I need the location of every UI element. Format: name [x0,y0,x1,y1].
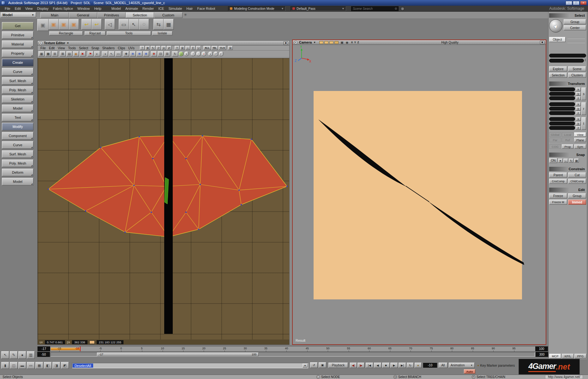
menu-edit[interactable]: Edit [13,7,23,10]
display-quality-label[interactable]: High Quality [441,41,458,44]
contrast-b-icon[interactable]: ◑ [102,51,108,57]
cube-orange-1-icon[interactable]: ▣ [49,19,59,30]
button-deform[interactable]: Deform [2,169,33,176]
explore-button[interactable]: Explore [549,66,567,71]
layout-6-icon[interactable]: ◧ [44,362,52,369]
minimize-button[interactable]: − [566,1,572,5]
animation-dropdown[interactable]: Animation▼ [449,363,475,368]
tab-general[interactable]: General [69,12,97,18]
search-icon[interactable]: ⊙ [395,7,397,10]
button-surf-mesh[interactable]: Surf. Mesh [2,77,33,85]
spinner-arrows[interactable]: ▲▼ [585,58,586,62]
snap-on-button[interactable]: ON [549,158,557,163]
axis-y-toggle[interactable]: Y [354,41,356,44]
r-axis-x-button[interactable]: x [576,102,581,106]
button-component[interactable]: Component [2,132,33,140]
chevron-down-icon[interactable]: ▼ [67,42,69,45]
perp-mode-button[interactable]: ⊥ [185,46,190,50]
prop-button[interactable]: Prop [562,144,574,149]
timeline-ruler[interactable]: -17 100 -10 -15-505101520253035404550556… [37,346,548,352]
snap-rotate-icon[interactable]: ↻ [569,159,573,163]
range-end-field[interactable]: 300 [536,352,548,357]
local-button[interactable]: Local [562,132,574,137]
chevron-down-icon[interactable]: ▼ [313,41,316,44]
freeze-1-icon[interactable]: ❄ [130,51,136,57]
t-button[interactable]: t [581,117,586,130]
grid-mode-button[interactable]: ⊞ [180,46,185,50]
snap-grid-icon[interactable]: ▦ [574,159,579,163]
flag-icon[interactable]: ⚑ [87,51,93,57]
r-button[interactable]: r [581,102,586,115]
plane-button[interactable]: Plane [574,138,586,142]
t-axis-x-button[interactable]: x [576,117,581,121]
back-arrow-icon[interactable]: ◁ [105,19,115,30]
button-poly-mesh[interactable]: Poly. Mesh [2,159,33,167]
crop-icon[interactable]: ▭ [115,51,121,57]
grid-x-icon[interactable]: ⊠ [60,51,66,57]
playback-menu-button[interactable]: Playback [328,363,348,368]
go-end-button[interactable]: ▶| [399,363,406,368]
grid-extra-icon[interactable]: ⊞ [228,46,233,50]
subtract-icon[interactable]: ⊖ [161,46,166,50]
rotate-ccw-icon[interactable]: ↺ [156,46,161,50]
rectangle-select-icon[interactable]: ▭ [119,19,129,30]
tab-primitives[interactable]: Primitives [97,12,126,18]
construction-cube-icon[interactable]: ▣ [37,19,49,31]
circle-minus-button[interactable]: − [196,51,201,56]
chevron-down-icon[interactable]: ▼ [303,364,308,368]
select-arrow-icon[interactable]: ↖ [1,351,9,359]
navigation-sphere-button[interactable]: ▶ [549,19,562,33]
menu-animate[interactable]: Animate [123,7,140,10]
translate-icon[interactable]: ✚ [123,51,129,57]
cube-orange-2-icon[interactable]: ▣ [59,19,69,30]
undo-yellow-2-icon[interactable]: ↩ [92,19,102,30]
camera-viewport-titlebar[interactable]: B Camera ▼ ▣ ◉ XYZ High Quality ▣ [293,40,546,45]
button-material[interactable]: Material [2,40,33,48]
step-back-button[interactable]: ◀ [374,363,381,368]
clusters-button[interactable]: Clusters [568,73,586,78]
menu-simulate[interactable]: Simulate [166,7,184,10]
next-key-button[interactable]: |▶ [357,363,364,368]
range-scrollbar-thumb[interactable]: -17 100 [97,352,259,356]
circle-zplus-button[interactable]: z+ [213,51,218,56]
contrast-a-icon[interactable]: ◐ [94,51,100,57]
selection-list-field[interactable] [549,59,584,63]
s-z-field[interactable] [549,96,575,100]
r-x-field[interactable] [549,102,575,106]
set-key-button[interactable]: ♦ [415,363,422,368]
circle-u-button[interactable]: u [179,51,183,56]
rectangle-tool-label[interactable]: Rectangle [49,31,83,35]
pane-letter-b[interactable]: B [294,41,297,44]
te-menu-select[interactable]: Select [77,46,90,50]
freeze-2-icon[interactable]: ❄ [136,51,142,57]
sphere-tool-icon[interactable]: ● [18,351,26,359]
close-button[interactable]: × [580,1,587,5]
memo-cam-2-swatch[interactable] [324,41,328,44]
freeze-3-icon[interactable]: ❄ [143,51,149,57]
memo-cam-3-swatch[interactable] [329,41,333,44]
button-text[interactable]: Text [2,114,33,121]
uv-canvas[interactable] [38,58,289,340]
r-axis-z-button[interactable]: z [576,111,581,115]
layout-4-icon[interactable]: ▭ [27,362,35,369]
prev-key-button[interactable]: ◀| [350,363,357,368]
button-model[interactable]: Model [2,178,33,185]
te-menu-file[interactable]: File [39,46,47,50]
center-button[interactable]: Center [564,25,586,30]
chldcomp-button[interactable]: ChldComp [568,179,586,184]
menu-file[interactable]: File [3,7,13,10]
delete-icon[interactable]: ✖ [80,51,86,57]
tab-main[interactable]: Main [40,12,69,18]
go-start-button[interactable]: |◀ [366,363,373,368]
panel-splitter[interactable] [290,40,292,345]
menu-window[interactable]: Window [75,7,92,10]
circle-plus-button[interactable]: + [191,51,195,56]
loop-button[interactable]: ↻ [407,363,414,368]
undo-yellow-1-icon[interactable]: ↩ [81,19,92,30]
t-axis-z-button[interactable]: z [576,126,581,130]
object-button[interactable]: Object [549,37,566,42]
mcp-tab[interactable]: MCP [549,354,561,358]
axis-x-toggle[interactable]: X [351,41,353,44]
selection-filter-field[interactable] [549,54,586,57]
menu-fabric-splice[interactable]: Fabric:Splice [51,7,75,10]
